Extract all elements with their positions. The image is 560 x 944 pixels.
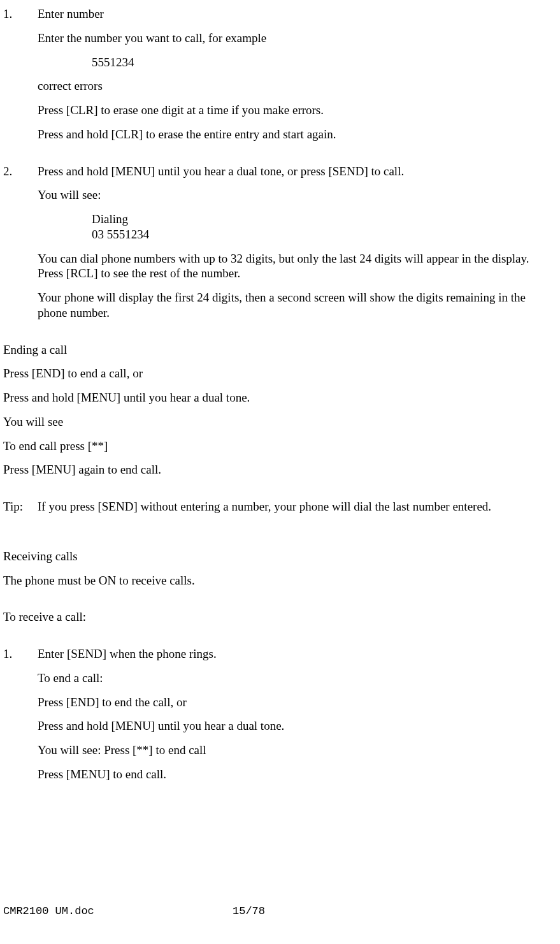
body-text: You will see: Press [**] to end call: [38, 743, 557, 758]
body-text: Your phone will display the first 24 dig…: [38, 290, 557, 321]
body-text: To receive a call:: [3, 609, 557, 625]
body-text: You will see: [3, 414, 557, 430]
body-text: Press and hold [CLR] to erase the entire…: [38, 127, 557, 142]
body-text: Press [MENU] to end call.: [38, 767, 557, 782]
step-2: 2. Press and hold [MENU] until you hear …: [3, 164, 557, 321]
display-line: 03 5551234: [38, 227, 557, 242]
receive-step-1: 1. Enter [SEND] when the phone rings. To…: [3, 646, 557, 782]
spacer: [3, 597, 557, 609]
page-footer: CMR2100 UM.doc 15/78: [3, 904, 557, 918]
step-title: Enter [SEND] when the phone rings.: [38, 646, 557, 662]
spacer: [3, 523, 557, 549]
spacer: [3, 151, 557, 164]
tip-block: Tip: If you press [SEND] without enterin…: [3, 499, 557, 514]
step-marker: 1.: [3, 646, 38, 782]
step-marker: 2.: [3, 164, 38, 321]
body-text: Press [END] to end the call, or: [38, 695, 557, 710]
tip-label: Tip:: [3, 499, 38, 514]
display-line: Dialing: [38, 212, 557, 227]
body-text: Press and hold [MENU] until you hear a d…: [38, 718, 557, 734]
document-page: 1. Enter number Enter the number you wan…: [0, 0, 560, 924]
spacer: [3, 634, 557, 646]
body-text: Press [MENU] again to end call.: [3, 462, 557, 477]
spacer: [3, 486, 557, 499]
body-text: You will see:: [38, 187, 557, 203]
spacer: [3, 330, 557, 342]
body-text: correct errors: [38, 78, 557, 94]
step-content: Press and hold [MENU] until you hear a d…: [38, 164, 557, 321]
body-text: You can dial phone numbers with up to 32…: [38, 251, 557, 282]
step-1: 1. Enter number Enter the number you wan…: [3, 6, 557, 142]
section-heading: Receiving calls: [3, 549, 557, 564]
footer-filename: CMR2100 UM.doc: [3, 904, 233, 918]
example-number: 5551234: [38, 55, 557, 70]
footer-page-number: 15/78: [233, 904, 265, 918]
step-title: Enter number: [38, 6, 557, 22]
body-text: To end call press [**]: [3, 439, 557, 454]
section-heading: Ending a call: [3, 342, 557, 358]
tip-text: If you press [SEND] without entering a n…: [38, 499, 557, 514]
step-content: Enter [SEND] when the phone rings. To en…: [38, 646, 557, 782]
body-text: Press [END] to end a call, or: [3, 366, 557, 381]
body-text: The phone must be ON to receive calls.: [3, 573, 557, 588]
body-text: Press [CLR] to erase one digit at a time…: [38, 103, 557, 118]
step-content: Enter number Enter the number you want t…: [38, 6, 557, 142]
body-text: Press and hold [MENU] until you hear a d…: [3, 390, 557, 405]
body-text: Enter the number you want to call, for e…: [38, 31, 557, 46]
step-title: Press and hold [MENU] until you hear a d…: [38, 164, 557, 179]
step-marker: 1.: [3, 6, 38, 142]
body-text: To end a call:: [38, 671, 557, 686]
